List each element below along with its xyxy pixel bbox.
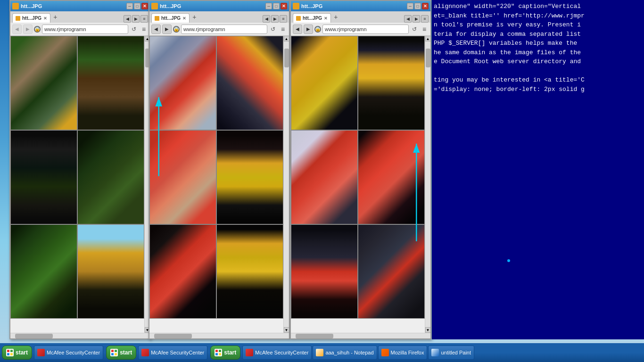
new-tab-btn-1[interactable]: + [51,13,59,21]
maximize-btn-2[interactable]: □ [273,3,280,9]
notepad-content: alignnone" width="220" caption="Vertical… [432,0,644,339]
garden-img-1 [11,36,77,130]
taskbar-btn-mcafee-3[interactable]: McAfee SecurityCenter [242,346,312,360]
windows-logo-icon-1 [6,349,14,356]
close-btn-1[interactable]: ✕ [141,3,148,9]
svg-rect-14 [215,353,218,355]
favicon-2 [151,3,158,9]
tab-back-3[interactable]: ◀ [404,15,412,23]
start-button-1[interactable]: start [2,346,32,360]
reload-btn-1[interactable]: ↺ [130,25,138,33]
taskbar-btn-mcafee-2[interactable]: McAfee SecurityCenter [138,346,207,360]
minimize-btn-3[interactable]: ─ [407,3,413,9]
windows-logo-icon-3 [215,349,222,356]
leaf-img-1 [11,225,77,318]
tab-3[interactable]: htt...JPG ✕ [293,13,331,23]
menu-btn-3[interactable]: ≡ [420,25,429,33]
tab-bar-1: htt...JPG ✕ + ◀ ▶ ≡ [10,11,150,23]
photo-cell-1-3 [10,130,77,224]
maximize-btn-1[interactable]: □ [134,3,140,9]
scroll-down-3[interactable]: ▼ [425,327,431,333]
tab-forward-1[interactable]: ▶ [132,15,140,23]
address-bar-2[interactable]: www.rjmprogramn [181,25,267,34]
tab-menu-2[interactable]: ≡ [280,15,287,23]
photo-cell-2-2 [216,36,283,130]
title-bar-controls-3: ─ □ ✕ [407,3,429,9]
notepad-line-10: ='display: none; border-left: 2px solid … [434,85,642,94]
maximize-btn-3[interactable]: □ [414,3,421,9]
scrollbar-3: ▲ ▼ [425,36,430,333]
favicon-3 [293,3,299,9]
scroll-up-2[interactable]: ▲ [284,36,289,41]
taskbar: start McAfee SecurityCenter start McAfee… [0,343,644,362]
menu-btn-1[interactable]: ≡ [140,25,148,33]
start-button-3[interactable]: start [210,346,240,360]
h-scroll-thumb-1[interactable] [15,334,53,338]
close-btn-2[interactable]: ✕ [281,3,287,9]
h-scroll-thumb-3[interactable] [296,334,333,338]
reload-btn-2[interactable]: ↺ [269,25,277,33]
taskbar-btn-notepad[interactable]: aaa_sihuh - Notepad [313,346,377,360]
notepad-panel: alignnone" width="220" caption="Vertical… [432,0,644,339]
tab-menu-1[interactable]: ≡ [140,15,148,23]
reload-btn-3[interactable]: ↺ [410,25,419,33]
new-tab-btn-2[interactable]: + [190,13,198,21]
tab-bar-2: htt...JPG ✕ + ◀ ▶ ≡ [149,11,289,23]
tab-close-2[interactable]: ✕ [182,16,186,21]
koi-img-6 [217,225,283,318]
notepad-line-4: teria for display a comma separated list [434,30,642,39]
forward-btn-2[interactable]: ▶ [162,25,172,34]
paint-icon [431,349,439,356]
address-bar-3[interactable]: www.rjmprogramn [322,25,409,34]
taskbar-btn-mcafee-1[interactable]: McAfee SecurityCenter [34,346,103,360]
favicon-1 [12,3,19,9]
browser-content-1: ▲ ▼ [10,36,150,333]
photo-cell-2-1 [149,36,216,130]
forward-btn-3[interactable]: ▶ [304,25,313,34]
minimize-btn-2[interactable]: ─ [265,3,272,9]
svg-rect-4 [7,350,9,352]
back-btn-3[interactable]: ◀ [293,25,302,34]
back-btn-1[interactable]: ◀ [12,25,22,34]
tab-forward-2[interactable]: ▶ [271,15,279,23]
new-tab-btn-3[interactable]: + [332,13,339,21]
koi-r-img-4 [358,131,424,224]
notepad-icon [316,349,323,356]
photo-cell-3-2 [358,36,425,130]
browser-window-1: htt...JPG ─ □ ✕ htt...JPG ✕ + ◀ ▶ ≡ [9,0,151,339]
scroll-thumb-3[interactable] [426,49,430,67]
title-bar-left-3: htt...JPG [293,3,322,9]
photo-cell-3-1 [291,36,358,130]
minimize-btn-1[interactable]: ─ [126,3,133,9]
garden-img-3 [78,131,144,224]
tab-back-2[interactable]: ◀ [263,15,270,23]
taskbar-btn-paint[interactable]: untitled Paint [428,346,474,360]
menu-btn-2[interactable]: ≡ [279,25,287,33]
start-button-2[interactable]: start [106,346,136,360]
scroll-down-2[interactable]: ▼ [284,327,289,333]
tab-back-1[interactable]: ◀ [124,15,131,23]
svg-rect-8 [111,350,114,352]
tab-close-1[interactable]: ✕ [43,16,47,21]
photo-cell-1-6 [77,224,144,319]
photo-cell-1-1 [10,36,77,130]
nav-bar-1: ◀ ▶ 🔒 www.rjmprogramn ↺ ≡ [10,23,150,36]
close-btn-3[interactable]: ✕ [422,3,429,9]
h-scroll-thumb-2[interactable] [154,334,192,338]
h-scrollbar-3 [291,333,430,338]
address-bar-1[interactable]: www.rjmprogramn [42,25,128,34]
forward-btn-1[interactable]: ▶ [23,25,33,34]
tab-1[interactable]: htt...JPG ✕ [12,13,50,23]
tab-forward-3[interactable]: ▶ [413,15,420,23]
back-btn-2[interactable]: ◀ [151,25,161,34]
content-scroll-2 [149,36,283,333]
taskbar-btn-firefox[interactable]: Mozilla Firefox [378,346,428,360]
tab-menu-3[interactable]: ≡ [421,15,429,23]
scroll-thumb-2[interactable] [284,49,289,67]
photo-cell-3-5 [291,224,358,319]
koi-r-img-2 [358,36,424,130]
tab-close-3[interactable]: ✕ [324,16,328,21]
koi-img-5 [150,225,216,318]
scroll-up-3[interactable]: ▲ [425,36,431,41]
tab-2[interactable]: htt...JPG ✕ [151,13,190,23]
